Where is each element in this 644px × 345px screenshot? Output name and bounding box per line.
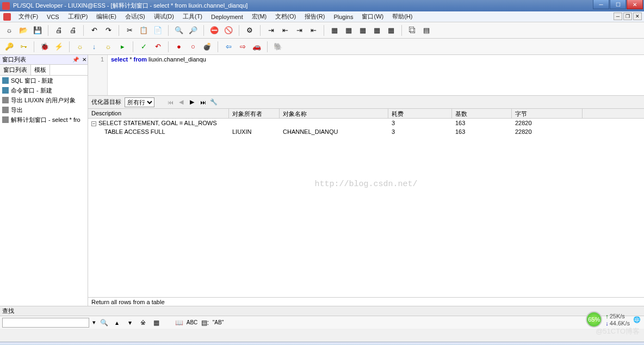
pin-icon[interactable]: 📌 <box>72 57 79 63</box>
rollback-icon[interactable]: ↶ <box>152 41 164 53</box>
print2-icon[interactable]: 🖨 <box>67 24 79 36</box>
redo-icon[interactable]: ↷ <box>102 24 114 36</box>
plan-row[interactable]: TABLE ACCESS FULL LIUXIN CHANNEL_DIANQU … <box>88 127 644 136</box>
indent-icon[interactable]: ⇥ <box>265 24 277 36</box>
next-icon[interactable]: ▶ <box>188 98 196 106</box>
print-icon[interactable]: 🖨 <box>53 24 65 36</box>
menu-vcs[interactable]: VCS <box>44 13 63 21</box>
col-description[interactable]: Description <box>88 109 229 118</box>
elephant-icon[interactable]: 🐘 <box>272 41 284 53</box>
menu-project[interactable]: 工程(P) <box>65 11 91 22</box>
taskbar[interactable] <box>0 342 644 345</box>
tile-icon[interactable]: ▤ <box>420 24 432 36</box>
bolt-icon[interactable]: ⚡ <box>53 41 65 53</box>
abc-icon[interactable]: ABC <box>187 318 197 328</box>
open-icon[interactable]: 📂 <box>17 24 29 36</box>
win5-icon[interactable]: ▦ <box>385 24 397 36</box>
search-dropdown-icon[interactable]: ▾ <box>92 319 96 326</box>
key2-icon[interactable]: 🗝 <box>17 41 29 53</box>
search-icon[interactable]: 🔎 <box>187 24 199 36</box>
doc-close-button[interactable]: ✕ <box>633 13 642 20</box>
doc-restore-button[interactable]: ❐ <box>623 13 632 20</box>
outdent2-icon[interactable]: ⇤ <box>307 24 319 36</box>
sidebar-close-icon[interactable]: ✕ <box>82 57 86 63</box>
col-cost[interactable]: 耗费 <box>388 109 452 118</box>
plan-row[interactable]: −SELECT STATEMENT, GOAL = ALL_ROWS 3 163… <box>88 119 644 127</box>
undo-icon[interactable]: ↶ <box>88 24 100 36</box>
stop-icon[interactable]: ⛔ <box>208 24 220 36</box>
maximize-button[interactable]: ☐ <box>610 0 626 9</box>
menu-tools[interactable]: 工具(T) <box>179 11 206 22</box>
menu-help[interactable]: 帮助(H) <box>389 11 416 22</box>
find-icon[interactable]: 🔍 <box>99 318 109 328</box>
step-icon[interactable]: ↓ <box>88 41 100 53</box>
menu-edit[interactable]: 编辑(E) <box>93 11 120 22</box>
menu-debug[interactable]: 调试(D) <box>151 11 177 22</box>
paste-icon[interactable]: 📄 <box>152 24 164 36</box>
commit-icon[interactable]: ✓ <box>138 41 150 53</box>
regex-icon[interactable]: ※ <box>138 318 148 328</box>
bomb-icon[interactable]: 💣 <box>201 41 213 53</box>
optimizer-select[interactable]: 所有行 <box>125 97 154 107</box>
sql-text[interactable]: select * from liuxin.channel_dianqu <box>108 55 644 95</box>
win3-icon[interactable]: ▦ <box>357 24 369 36</box>
menu-plugins[interactable]: Plugins <box>330 13 356 21</box>
new-icon[interactable]: ☼ <box>3 24 15 36</box>
cut-icon[interactable]: ✂ <box>123 24 135 36</box>
col-owner[interactable]: 对象所有者 <box>229 109 280 118</box>
menu-doc[interactable]: 文档(O) <box>272 11 299 22</box>
bug-icon[interactable]: 🐞 <box>39 41 51 53</box>
tray-icon[interactable]: 🌐 <box>633 316 641 323</box>
find-prev-icon[interactable]: ▴ <box>112 318 122 328</box>
sidebar-item[interactable]: 解释计划窗口 - select * fro <box>0 115 88 125</box>
car-icon[interactable]: 🚗 <box>251 41 263 53</box>
find-next-icon[interactable]: ▾ <box>125 318 135 328</box>
quote-icon[interactable]: "AB" <box>213 318 223 328</box>
copy-icon[interactable]: 📋 <box>138 24 150 36</box>
sidebar-item[interactable]: 导出 LIUXIN 的用户对象 <box>0 95 88 105</box>
last-icon[interactable]: ⏭ <box>199 98 207 106</box>
first-icon[interactable]: ⏮ <box>166 98 174 106</box>
tab-window-list[interactable]: 窗口列表 <box>0 65 31 75</box>
book-icon[interactable]: 📖 <box>174 318 184 328</box>
col-bytes[interactable]: 字节 <box>512 109 583 118</box>
highlight-icon[interactable]: ▦ <box>151 318 161 328</box>
menu-window[interactable]: 窗口(W) <box>358 11 387 22</box>
tab-templates[interactable]: 模板 <box>31 65 50 75</box>
wizard-icon[interactable]: ⚙ <box>244 24 256 36</box>
stop2-icon[interactable]: 🚫 <box>222 24 234 36</box>
nav-fwd-icon[interactable]: ⇨ <box>237 41 249 53</box>
wrench-icon[interactable]: 🔧 <box>210 98 218 106</box>
menu-report[interactable]: 报告(R) <box>301 11 328 22</box>
find-icon[interactable]: 🔍 <box>173 24 185 36</box>
save-icon[interactable]: 💾 <box>32 24 44 36</box>
play-icon[interactable]: ▸ <box>116 41 128 53</box>
menu-deployment[interactable]: Deployment <box>208 13 246 21</box>
menu-session[interactable]: 会话(S) <box>122 11 148 22</box>
exec-icon[interactable]: ☼ <box>74 41 86 53</box>
win4-icon[interactable]: ▦ <box>371 24 383 36</box>
sidebar-item[interactable]: 导出 <box>0 105 88 115</box>
sidebar-item[interactable]: 命令窗口 - 新建 <box>0 85 88 95</box>
minimize-button[interactable]: ─ <box>593 0 609 9</box>
win1-icon[interactable]: ▦ <box>329 24 340 36</box>
col-cardinality[interactable]: 基数 <box>452 109 512 118</box>
prev-icon[interactable]: ◀ <box>177 98 185 106</box>
grid-icon[interactable]: ▤: <box>200 318 210 328</box>
doc-min-button[interactable]: ─ <box>614 13 622 20</box>
plan-grid-body[interactable]: −SELECT STATEMENT, GOAL = ALL_ROWS 3 163… <box>88 119 644 297</box>
menu-file[interactable]: 文件(F) <box>15 11 41 22</box>
cascade-icon[interactable]: ⿻ <box>406 24 418 36</box>
key-icon[interactable]: 🔑 <box>3 41 15 53</box>
break2-icon[interactable]: ○ <box>187 41 199 53</box>
outdent-icon[interactable]: ⇤ <box>279 24 291 36</box>
menu-macro[interactable]: 宏(M) <box>249 11 270 22</box>
nav-back-icon[interactable]: ⇦ <box>222 41 234 53</box>
sidebar-item[interactable]: SQL 窗口 - 新建 <box>0 76 88 85</box>
break-icon[interactable]: ● <box>173 41 185 53</box>
win2-icon[interactable]: ▦ <box>343 24 355 36</box>
sql-editor[interactable]: 1 select * from liuxin.channel_dianqu <box>88 55 644 96</box>
indent2-icon[interactable]: ⇥ <box>293 24 305 36</box>
percent-badge[interactable]: 65% <box>586 311 602 328</box>
exec2-icon[interactable]: ☼ <box>102 41 114 53</box>
